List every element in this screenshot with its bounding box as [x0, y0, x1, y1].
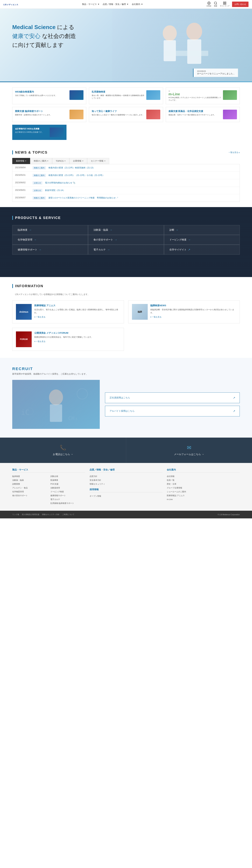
info-more-link[interactable]: ≡ 一覧を見る: [34, 340, 120, 343]
hero-section: Medical Science による 健康で安心 な社会の創造 に向けて貢献し…: [0, 9, 252, 82]
footer-links-grid: 製品・サービス 臨床検査 治験薬・臨薬 診断業務 アレルゲン・食品 化学物質管理…: [12, 468, 240, 505]
svg-point-11: [163, 25, 177, 41]
news-text[interactable]: 検査内容の変更（21-13号）検査実施例（21-13）: [49, 166, 237, 169]
list-item[interactable]: 安全基本方針: [90, 478, 163, 482]
hero-news-banner[interactable]: 2023/08/28 ホームページをリニューアルしました...: [193, 68, 238, 77]
info-card-title: 公開演演会 メディエンスFORUM: [34, 332, 120, 335]
list-item[interactable]: 化学物質管理: [12, 490, 47, 493]
list-item[interactable]: 歴史・沿革: [167, 483, 240, 485]
product-kenko[interactable]: 健康情報サポート →: [12, 245, 88, 255]
service-card-web[interactable]: WEB総合検査案内 当社で実施している検査項目をお調べいただけます。: [12, 88, 86, 104]
news-text[interactable]: 新型コロナウイルス変異株のスクリーニング検査 専用開始のお知らせ ↗: [49, 196, 237, 199]
info-more-link[interactable]: ≡ 一覧を見る: [150, 316, 236, 318]
footer-phone-cta[interactable]: 📞 お電話はこちら →: [0, 438, 126, 463]
service-card-mline[interactable]: ⓢ m-Line m-Lineは検査システムをトータルにサポートした総合医療情報…: [166, 88, 240, 104]
lang-selector[interactable]: 日本語: [206, 1, 211, 7]
info-card-text: 生活を彩り、智力をあふこを理想に担い広報誌。臨床に役立つ医療情報を提供し、毎年4…: [34, 308, 120, 314]
product-yakuhin[interactable]: 治験薬・臨薬 →: [88, 225, 164, 235]
tab-latest[interactable]: 最新情報 ▼: [12, 158, 30, 164]
list-item[interactable]: 情報セキュリティ: [90, 483, 163, 485]
list-item[interactable]: アレルゲン・食品: [12, 486, 47, 489]
service-card-accounting[interactable]: 会計事務代行 WEBお見積書 会計事務代行のWEBお見積書です。: [12, 125, 66, 140]
news-text[interactable]: 電力分野契約締結のお知らせ 📎: [45, 181, 237, 184]
list-item[interactable]: 食の安全サポート: [12, 494, 47, 497]
hero-line: [0, 82, 252, 82]
list-item[interactable]: 医薬事業: [50, 478, 85, 482]
tab-exam[interactable]: 検査のご案内 ▼: [30, 158, 52, 164]
hero-title: Medical Science による 健康で安心 な社会の創造 に向けて貢献し…: [12, 23, 76, 50]
list-item[interactable]: m-Line: [167, 498, 240, 500]
list-item[interactable]: 診断業務: [12, 483, 47, 485]
products-section-title: PRODUCTS & SERVICE: [12, 216, 240, 220]
logo[interactable]: LSIメディエンス: [3, 2, 18, 6]
service-card-souzai[interactable]: 創薬支援 医薬品・化学品測定支援 製薬企業・化学メーカー様の開発を全力でサポート…: [166, 107, 240, 122]
service-image: [69, 90, 83, 100]
product-gaito[interactable]: 在学サイゲイト ↗: [164, 245, 240, 255]
list-item[interactable]: グループ企業情報: [167, 486, 240, 489]
news-item: 2023/08/04 検査のご案内 検査内容の変更（21-13号）検査実施例（2…: [12, 164, 240, 172]
list-item[interactable]: 会社情報: [167, 475, 240, 478]
list-item[interactable]: 役員一覧: [167, 478, 240, 482]
nav-quality[interactable]: 品質／情報・安全／倫理: [103, 3, 128, 6]
search-button[interactable]: 検索: [214, 1, 217, 7]
sitemap-button[interactable]: サイトマップ: [220, 1, 229, 7]
service-title: 乱用薬物検査: [92, 90, 144, 93]
chevron-down-icon: ▼: [47, 160, 49, 162]
tab-company[interactable]: 企業情報 ▼: [69, 158, 87, 164]
arrow-icon: →: [110, 228, 112, 231]
recruit-image: iC CH₃: [12, 380, 100, 429]
product-karte[interactable]: 電子カルテ →: [88, 245, 164, 255]
list-item[interactable]: ショールームのご案内: [167, 490, 240, 493]
product-kagaku[interactable]: 化学物質管理 →: [12, 235, 88, 245]
service-card-kaigo[interactable]: 開業支援 臨床検査サポート 開業学習・診療所向け支援をサポートします。: [12, 107, 86, 122]
news-more-link[interactable]: 一覧を見る ≡: [228, 151, 240, 154]
tab-seminar[interactable]: セミナー情報 ▼: [87, 158, 109, 164]
list-item[interactable]: 臨床検査: [12, 475, 47, 478]
list-item[interactable]: 治験薬保管: [50, 486, 85, 489]
globe-icon: [207, 1, 211, 5]
products-grid: 臨床検査 → 治験薬・臨薬 → 診断 → 化学物質管理 → 食の安全サポート: [12, 225, 240, 255]
svg-rect-5: [223, 2, 225, 3]
footer-link-2[interactable]: 採人情報及び採用支援: [22, 513, 39, 516]
footer-col-title: 採用情報: [90, 488, 163, 492]
products-content: PRODUCTS & SERVICE 臨床検査 → 治験薬・臨薬 → 診断 → …: [12, 216, 240, 255]
footer-links-list: オープン情報: [90, 494, 163, 497]
news-date: 2023/06/01: [15, 189, 30, 191]
footer-links-list: 試験企画 医薬事業 POC支援 治験薬保管 ドーピング検査 健康情報サポート 電…: [50, 475, 85, 505]
product-shindan[interactable]: 診断 →: [164, 225, 240, 235]
news-text[interactable]: 検査内容の変更（21-13号）（21-13号）その他（21-13号）: [49, 174, 237, 177]
list-item[interactable]: 健康情報サポート: [50, 494, 85, 497]
info-desc: LSIメディエンスが発行している情報誌や公演情報についてご案内いたします。: [15, 293, 240, 296]
tab-topics[interactable]: TOPICS ▼: [52, 158, 69, 164]
news-date: 2023/08/04: [15, 166, 30, 169]
contact-button[interactable]: お問い合わせ: [232, 2, 249, 7]
header-right: 日本語 検索 サイトマップ お問い合わせ: [206, 1, 249, 7]
info-more-link[interactable]: ≡ 一覧を見る: [34, 316, 120, 318]
list-item[interactable]: POC支援: [50, 483, 85, 485]
footer-link-3[interactable]: 情報セキュリティ方針: [42, 513, 59, 516]
nav-company[interactable]: 会社案内: [132, 3, 143, 6]
list-item[interactable]: 乱用薬物 臨床検査サポート: [50, 502, 85, 504]
nav-products[interactable]: 製品・サービス: [82, 3, 99, 6]
recruit-parttime-link[interactable]: アルバイト採用はこちら ↗: [105, 406, 240, 416]
footer-link-4[interactable]: ご利用について: [62, 513, 74, 516]
list-item[interactable]: オープン情報: [90, 494, 163, 497]
footer-link-1[interactable]: リンク集: [12, 513, 19, 516]
list-item[interactable]: 治験薬・臨薬: [12, 478, 47, 482]
service-desc: 開業学習・診療所向け支援をサポートします。: [15, 114, 68, 116]
list-item[interactable]: 試験企画: [50, 475, 85, 478]
footer-links: 製品・サービス 臨床検査 治験薬・臨薬 診断業務 アレルゲン・食品 化学物質管理…: [0, 463, 252, 511]
service-image: [146, 90, 160, 100]
footer-mail-cta[interactable]: ✉ メールフォームはこちら →: [126, 438, 252, 463]
product-food[interactable]: 食の安全サポート →: [88, 235, 164, 245]
service-card-health[interactable]: 知って安心！健康ライフ 毎日の暮らしに役立つ一般向けの健康情報ページをご紹介しま…: [89, 107, 163, 122]
product-rinchi[interactable]: 臨床検査 →: [12, 225, 88, 235]
recruit-fulltime-link[interactable]: 正社員採用はこちら ↗: [105, 393, 240, 403]
list-item[interactable]: 品質方針: [90, 475, 163, 478]
list-item[interactable]: 医療情報誌 アニムス: [167, 494, 240, 497]
product-doping[interactable]: ドーピング検査 →: [164, 235, 240, 245]
service-card-drug[interactable]: 乱用薬物検査 覚せい剤・麻薬・劇薬類の乱用薬物を一括検査する薬物検査を提供してい…: [89, 88, 163, 104]
list-item[interactable]: 電子カルテ: [50, 498, 85, 501]
list-item[interactable]: ドーピング検査: [50, 490, 85, 493]
news-text[interactable]: 新規学習院（21-14）: [45, 189, 237, 192]
